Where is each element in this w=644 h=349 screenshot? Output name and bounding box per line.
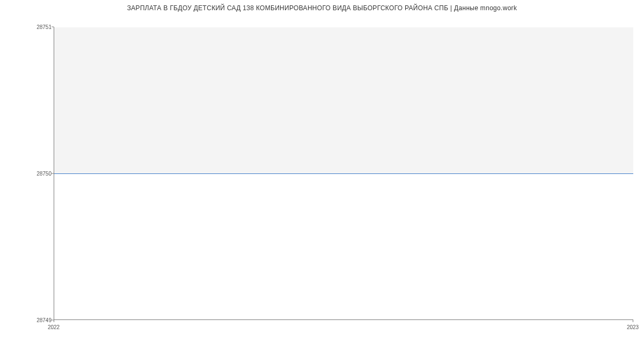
x-tick-label: 2023 [627,324,639,330]
plot-lower-half [54,173,633,320]
series-line-salary [54,173,633,174]
y-tick-label: 28751 [3,24,52,30]
y-tick-label: 28749 [3,317,52,323]
gridline-top [54,27,633,27]
plot-area [54,27,633,320]
y-tick-mark [52,173,54,174]
x-tick-label: 2022 [48,324,60,330]
y-tick-mark [52,27,54,27]
x-tick-mark [54,320,54,322]
x-tick-mark [633,320,633,322]
chart-title: ЗАРПЛАТА В ГБДОУ ДЕТСКИЙ САД 138 КОМБИНИ… [0,4,644,12]
y-tick-label: 28750 [3,171,52,177]
